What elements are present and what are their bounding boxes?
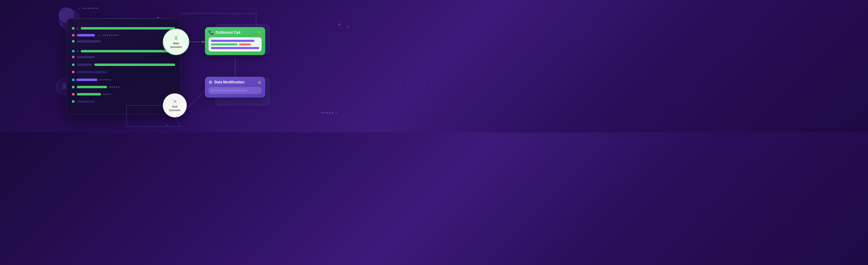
outbound-call-card: 📞 Outbound Call 🔒: [205, 27, 265, 55]
code-row-10: [72, 93, 175, 95]
color-indicator-3: [72, 40, 74, 42]
code-row-3: [72, 40, 175, 42]
data-mod-icon: ⚙: [209, 80, 213, 85]
code-row-6: [72, 64, 175, 66]
code-row-1: ‹: [72, 26, 175, 31]
plus-small: +: [79, 7, 80, 10]
color-indicator-8: [72, 78, 74, 81]
code-row-11: [72, 100, 175, 103]
color-indicator-10: [72, 93, 74, 95]
plus-decoration-1: +: [60, 22, 63, 27]
outbound-body-line-1: [211, 40, 254, 42]
outbound-call-title: Outbound Call: [216, 30, 241, 35]
plus-bottom: +: [336, 111, 338, 114]
dotted-connector-4: [103, 94, 111, 95]
outbound-card-header: 📞 Outbound Call 🔒: [209, 30, 261, 35]
end-scenario-node: ✕ End Scenario: [163, 93, 187, 118]
code-bar-dim-5: [77, 56, 95, 58]
top-dots-decoration: +: [79, 7, 98, 10]
code-bar-dim-3: [77, 40, 101, 42]
data-mod-title-row: ⚙ Data Modification: [209, 80, 244, 85]
outbound-title-row: 📞 Outbound Call: [209, 30, 241, 35]
dotted-connector-2: [99, 79, 111, 80]
color-indicator-9: [72, 86, 74, 88]
plus-decoration-3: +: [347, 24, 350, 29]
code-row-5: [72, 56, 175, 58]
code-row-9: [72, 86, 175, 88]
data-mod-lock-icon: 🔒: [257, 80, 261, 84]
dotted-connector-3: [110, 87, 119, 88]
code-bar-dim-6a: [77, 64, 92, 66]
data-modification-card: ⚙ Data Modification 🔒: [205, 77, 265, 98]
pink-plus-2: +: [338, 22, 341, 27]
code-bar-dim-11: [77, 101, 95, 103]
start-scenario-label: Start: [173, 42, 179, 45]
color-indicator-1: [72, 27, 74, 30]
outbound-body-line-3: [211, 47, 259, 49]
code-row-8: [72, 78, 175, 81]
phone-icon: 📞: [209, 30, 214, 35]
code-bar-purple-2: [77, 34, 95, 36]
outbound-body-line-2a: [211, 43, 238, 45]
outbound-body-line-2b: [239, 43, 251, 45]
bottom-dots-decoration: +: [321, 111, 338, 114]
chevron-left-1: ‹: [77, 26, 79, 31]
plus-decoration-2: +: [166, 123, 168, 128]
end-scenario-label: End: [173, 105, 178, 109]
end-scenario-label-2: Scenario: [169, 109, 181, 112]
code-bar-purple-8: [76, 78, 97, 81]
arrow-right-1: ›: [98, 33, 100, 38]
color-indicator-2: [72, 34, 74, 36]
code-bar-dim-7: [77, 71, 107, 73]
code-bar-green-9: [77, 86, 107, 88]
end-scenario-icon: ✕: [173, 99, 177, 104]
code-row-7: [72, 71, 175, 73]
start-scenario-icon: ⏸: [173, 35, 179, 41]
code-bar-green-1: [81, 27, 175, 30]
color-indicator-5: [72, 56, 74, 58]
data-mod-body-line-1: [211, 90, 247, 92]
chevron-left-2: ‹: [77, 48, 79, 54]
code-row-2: ›: [72, 33, 175, 38]
color-indicator-6: [72, 64, 74, 66]
start-scenario-label-2: Scenario: [170, 45, 182, 49]
data-mod-card-body: [209, 87, 261, 94]
outbound-lock-icon: 🔒: [257, 31, 261, 35]
color-indicator-11: [72, 100, 74, 103]
code-row-4: ‹: [72, 48, 175, 54]
data-modification-title: Data Modification: [214, 80, 244, 84]
data-mod-card-header: ⚙ Data Modification 🔒: [209, 80, 261, 85]
outbound-card-body: [209, 37, 261, 52]
code-bar-green-6b: [94, 64, 175, 66]
code-bar-green-10: [77, 93, 101, 95]
color-indicator-7: [72, 71, 74, 73]
color-indicator-4: [72, 50, 74, 53]
outbound-body-row-2: [211, 43, 259, 45]
start-scenario-node: ⏸ Start Scenario: [163, 29, 189, 55]
code-bar-green-4: [81, 50, 175, 53]
